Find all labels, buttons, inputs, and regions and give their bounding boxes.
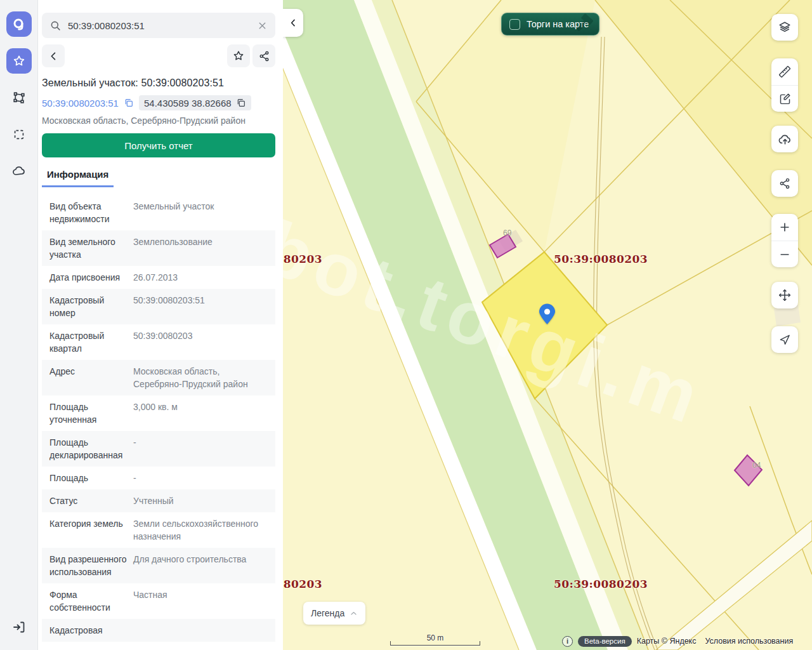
info-row-label: Форма собственности — [49, 588, 133, 614]
star-icon — [12, 54, 26, 68]
sidebar-item-polygon-tool[interactable] — [6, 85, 32, 110]
info-row: Кадастровый квартал50:39:0080203 — [42, 324, 275, 360]
info-row: Площадь декларированная- — [42, 431, 275, 467]
info-row: Площадь- — [42, 467, 275, 489]
info-row-value: - — [133, 472, 269, 484]
coordinates-chip: 54.430589 38.82668 — [139, 95, 251, 110]
zoom-out-button[interactable] — [771, 241, 798, 267]
share-icon — [778, 177, 791, 190]
clear-search-icon[interactable] — [257, 20, 268, 31]
torgi-on-map-toggle[interactable]: Торги на карте — [501, 13, 599, 36]
collapse-panel-button[interactable] — [283, 9, 303, 37]
object-panel: Земельный участок: 50:39:0080203:51 50:3… — [38, 0, 283, 650]
info-row-value: Для дачного строительства — [133, 553, 269, 578]
info-row-value — [133, 624, 269, 637]
layers-button[interactable] — [771, 14, 798, 41]
info-row-value: - — [133, 436, 269, 461]
object-title: Земельный участок: 50:39:0080203:51 — [42, 77, 275, 89]
navigation-arrow-icon — [778, 333, 791, 346]
info-row-label: Вид земельного участка — [49, 235, 133, 261]
dashed-square-icon — [12, 128, 26, 142]
sidebar-item-sign-in[interactable] — [6, 614, 32, 640]
ruler-icon — [778, 65, 792, 79]
copy-icon — [124, 98, 134, 108]
object-chips: 50:39:0080203:51 54.430589 38.82668 — [42, 95, 275, 110]
info-row: Кадастровый номер50:39:0080203:51 — [42, 289, 275, 324]
move-icon — [778, 288, 792, 302]
info-table: Вид объекта недвижимостиЗемельный участо… — [42, 195, 275, 642]
info-row: АдресМосковская область, Серебряно-Прудс… — [42, 360, 275, 395]
measure-button[interactable] — [771, 58, 798, 85]
info-row-label: Кадастровый квартал — [49, 329, 133, 355]
zoom-in-button[interactable] — [771, 214, 798, 241]
icon-rail — [0, 0, 38, 650]
copy-cadastral-button[interactable] — [124, 98, 134, 108]
info-row-label: Кадастровый номер — [49, 294, 133, 319]
copy-coordinates-button[interactable] — [236, 98, 246, 108]
app-window: Земельный участок: 50:39:0080203:51 50:3… — [0, 0, 812, 650]
chevron-left-icon — [288, 18, 298, 28]
copy-icon — [236, 98, 246, 108]
info-row-value: Московская область, Серебряно-Прудский р… — [133, 365, 269, 390]
info-row-label: Кадастровая — [49, 624, 133, 637]
sign-in-icon — [11, 620, 27, 635]
info-icon[interactable]: i — [562, 636, 573, 647]
share-button[interactable] — [252, 44, 275, 67]
info-row-label: Вид объекта недвижимости — [49, 200, 133, 225]
legend-label: Легенда — [311, 608, 344, 618]
cloud-icon — [11, 164, 27, 179]
locate-me-button[interactable] — [771, 326, 798, 353]
legend-button[interactable]: Легенда — [303, 602, 365, 625]
info-row-label: Категория земель — [49, 517, 133, 543]
upload-button[interactable] — [771, 126, 798, 152]
torgi-label: Торги на карте — [527, 19, 589, 29]
object-address: Московская область, Серебряно-Прудский р… — [42, 116, 275, 126]
tab-information[interactable]: Информация — [42, 165, 114, 187]
map-pin[interactable] — [539, 303, 556, 325]
plus-icon — [778, 221, 791, 234]
star-icon — [232, 50, 245, 62]
polygon-icon — [11, 90, 27, 105]
pan-mode-button[interactable] — [771, 282, 798, 308]
chevron-up-icon — [350, 609, 358, 618]
draw-edit-button[interactable] — [771, 85, 798, 112]
info-row: Вид объекта недвижимостиЗемельный участо… — [42, 195, 275, 230]
sidebar-item-cloud[interactable] — [6, 159, 32, 184]
map-footer: i Beta-версия Карты © Яндекс Условия исп… — [562, 635, 808, 647]
back-button[interactable] — [42, 44, 65, 67]
logo-a-icon — [11, 17, 27, 32]
share-map-button[interactable] — [771, 170, 798, 197]
sidebar-item-favorites[interactable] — [6, 48, 32, 74]
favorite-button[interactable] — [227, 44, 250, 67]
info-row-label: Дата присвоения — [49, 271, 133, 284]
beta-badge: Beta-версия — [578, 636, 632, 647]
info-row-value: 50:39:0080203 — [133, 329, 269, 355]
search-icon — [49, 20, 62, 32]
info-row-label: Площадь уточненная — [49, 401, 133, 426]
info-row-value: Земельный участок — [133, 200, 269, 225]
coordinates-value: 54.430589 38.82668 — [144, 98, 232, 109]
cadastral-number-link[interactable]: 50:39:0080203:51 — [42, 98, 119, 109]
edit-icon — [778, 92, 792, 105]
yandex-maps-attribution[interactable]: Карты © Яндекс — [637, 637, 697, 646]
layers-icon — [778, 20, 792, 34]
search-bar — [42, 13, 275, 38]
terms-of-use-link[interactable]: Условия использования — [705, 637, 793, 646]
app-logo[interactable] — [6, 11, 32, 37]
map-canvas[interactable] — [283, 0, 812, 650]
minus-icon — [778, 248, 791, 261]
search-input[interactable] — [68, 20, 257, 31]
get-report-button[interactable]: Получить отчет — [42, 133, 275, 157]
info-row: Форма собственностиЧастная — [42, 583, 275, 619]
chevron-left-icon — [48, 50, 60, 62]
info-row: Дата присвоения26.07.2013 — [42, 266, 275, 289]
torgi-checkbox[interactable] — [509, 19, 520, 30]
info-row: СтатусУчтенный — [42, 489, 275, 512]
info-row-value: 26.07.2013 — [133, 271, 269, 284]
pink-parcel-2[interactable] — [735, 455, 762, 486]
map-area: bot.torgi.m 50:39:0080203 50:39:0080203 … — [283, 0, 812, 650]
object-toolbar — [42, 44, 275, 67]
info-row: Категория земельЗемли сельскохозяйственн… — [42, 512, 275, 548]
info-row-label: Вид разрешенного использования — [49, 553, 133, 578]
sidebar-item-area-select[interactable] — [6, 122, 32, 147]
